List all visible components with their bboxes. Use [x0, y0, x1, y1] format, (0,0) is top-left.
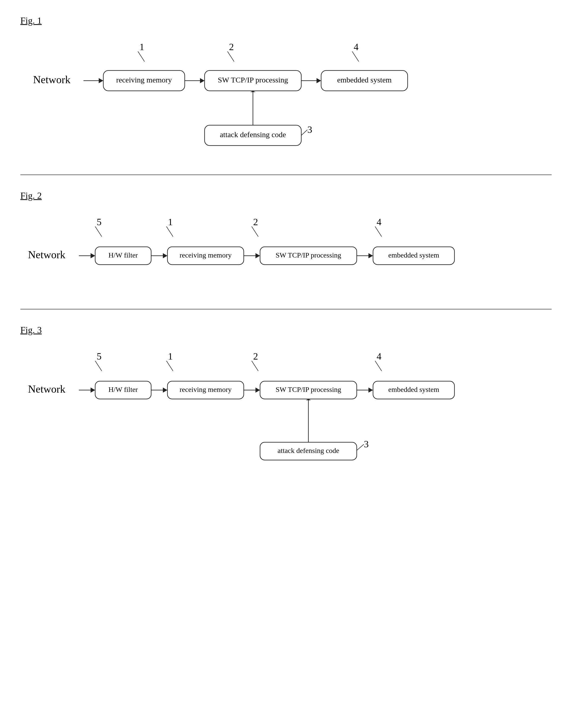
ref-num-5-fig3: 5 [97, 351, 101, 362]
arrowhead-sw-to-emb-fig1 [316, 78, 321, 83]
ref-slash-5-fig3 [95, 361, 102, 371]
divider-1-2 [20, 174, 552, 175]
ref-num-4-fig3: 4 [376, 351, 381, 362]
fig1-label: Fig. 1 [20, 15, 42, 26]
arrowhead-net-to-hw-fig3 [90, 387, 95, 392]
ref-slash-4-fig1 [352, 51, 359, 62]
ref-slash-4-fig2 [375, 226, 382, 237]
receiving-memory-text-fig1: receiving memory [116, 76, 172, 84]
arrowhead-net-to-rm-fig1 [99, 78, 103, 83]
ref-num-2-fig2: 2 [253, 217, 258, 227]
ref-num-4-fig1: 4 [354, 42, 359, 52]
receiving-memory-text-fig3: receiving memory [180, 385, 231, 393]
arrowhead-rm-to-sw-fig1 [200, 78, 205, 83]
ref-slash-3-fig1 [301, 130, 307, 135]
ref-num-4-fig2: 4 [376, 217, 381, 227]
ref-num-3-fig3: 3 [364, 439, 369, 449]
ref-slash-2-fig3 [252, 361, 258, 371]
arrowhead-sw-to-emb-fig2 [368, 253, 373, 258]
ref-slash-1-fig3 [166, 361, 173, 371]
ref-num-1-fig1: 1 [139, 42, 144, 52]
figure-1-section: Fig. 1 1 2 4 Network receiving memory SW… [20, 15, 552, 159]
divider-2-3 [20, 309, 552, 309]
figure-2-section: Fig. 2 5 1 2 4 Network H/W filter receiv… [20, 190, 552, 294]
ref-num-5-fig2: 5 [97, 217, 101, 227]
ref-num-3-fig1: 3 [307, 124, 312, 135]
arrowhead-hw-to-rm-fig2 [163, 253, 167, 258]
network-label-fig1: Network [33, 74, 70, 85]
arrowhead-rm-to-sw-fig2 [256, 253, 260, 258]
attack-code-text-fig3: attack defensing code [278, 447, 340, 454]
fig1-diagram: 1 2 4 Network receiving memory SW TCP/IP… [20, 36, 542, 158]
arrowhead-net-to-hw-fig2 [90, 253, 95, 258]
embedded-text-fig1: embedded system [337, 76, 391, 84]
ref-slash-1-fig2 [166, 226, 173, 237]
arrowhead-sw-to-emb-fig3 [368, 387, 373, 392]
embedded-text-fig3: embedded system [388, 385, 439, 393]
ref-slash-3-fig3 [357, 444, 364, 450]
network-label-fig3: Network [28, 383, 65, 395]
ref-slash-5-fig2 [95, 226, 102, 237]
fig3-diagram: 5 1 2 4 Network H/W filter receiving mem… [20, 346, 542, 478]
fig2-label: Fig. 2 [20, 190, 42, 201]
ref-slash-4-fig3 [375, 361, 382, 371]
ref-num-1-fig3: 1 [168, 351, 173, 362]
network-label-fig2: Network [28, 249, 65, 261]
attack-code-text-fig1: attack defensing code [220, 130, 286, 139]
ref-num-2-fig3: 2 [253, 351, 258, 362]
ref-num-2-fig1: 2 [229, 42, 234, 52]
sw-tcpip-text-fig1: SW TCP/IP processing [218, 76, 288, 84]
hw-filter-text-fig3: H/W filter [109, 385, 138, 393]
fig2-diagram: 5 1 2 4 Network H/W filter receiving mem… [20, 211, 542, 293]
sw-tcpip-text-fig3: SW TCP/IP processing [276, 385, 341, 393]
receiving-memory-text-fig2: receiving memory [180, 251, 231, 259]
hw-filter-text-fig2: H/W filter [109, 251, 138, 259]
embedded-text-fig2: embedded system [388, 251, 439, 259]
figure-3-section: Fig. 3 5 1 2 4 Network H/W filter receiv… [20, 325, 552, 479]
ref-slash-2-fig2 [252, 226, 258, 237]
fig3-label: Fig. 3 [20, 325, 42, 336]
ref-slash-1-fig1 [138, 51, 145, 62]
arrowhead-rm-to-sw-fig3 [256, 387, 260, 392]
sw-tcpip-text-fig2: SW TCP/IP processing [276, 251, 341, 259]
arrowhead-hw-to-rm-fig3 [163, 387, 167, 392]
ref-num-1-fig2: 1 [168, 217, 173, 227]
ref-slash-2-fig1 [227, 51, 234, 62]
